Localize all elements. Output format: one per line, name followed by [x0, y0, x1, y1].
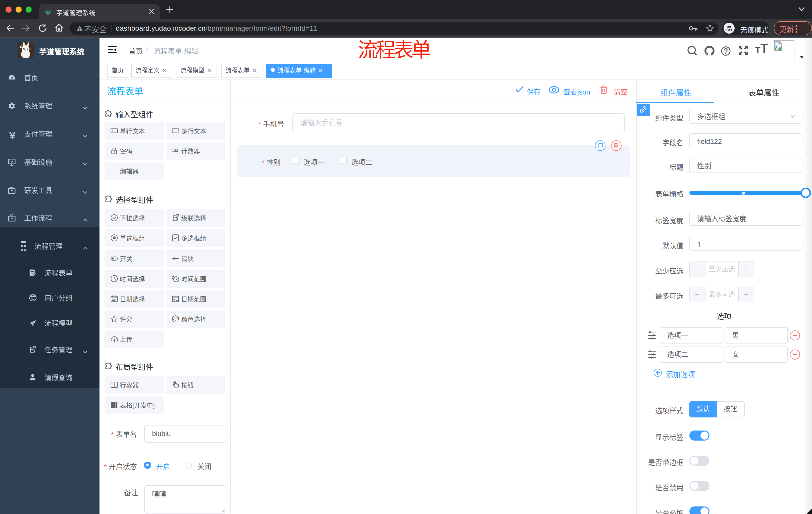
svg-text:123: 123 [172, 148, 178, 153]
